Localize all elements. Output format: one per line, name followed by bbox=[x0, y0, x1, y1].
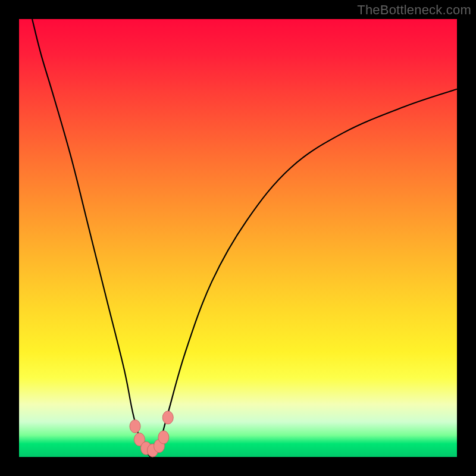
curve-layer bbox=[19, 19, 457, 457]
optimum-marker bbox=[130, 419, 140, 433]
plot-area bbox=[19, 19, 457, 457]
bottleneck-curve-right bbox=[151, 89, 457, 457]
chart-frame: TheBottleneck.com bbox=[0, 0, 476, 476]
optimum-markers bbox=[130, 411, 173, 457]
optimum-marker bbox=[162, 411, 173, 424]
optimum-marker bbox=[158, 431, 169, 444]
bottleneck-curve-left bbox=[32, 19, 151, 457]
watermark-text: TheBottleneck.com bbox=[357, 2, 471, 18]
